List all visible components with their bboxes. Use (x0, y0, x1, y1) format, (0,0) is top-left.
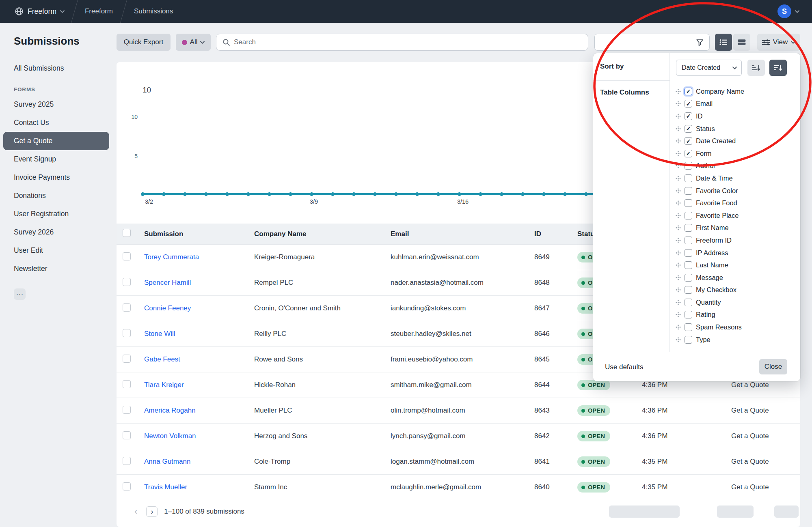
breadcrumb-submissions[interactable]: Submissions (134, 7, 173, 15)
column-checkbox[interactable] (685, 261, 692, 269)
column-checkbox[interactable] (685, 311, 692, 318)
submission-link[interactable]: Tiara Kreiger (144, 381, 184, 389)
column-checkbox[interactable] (685, 174, 692, 182)
drag-handle-icon[interactable] (676, 163, 681, 168)
submission-link[interactable]: Stone Will (144, 330, 175, 338)
row-checkbox[interactable] (123, 355, 131, 363)
column-toggle-row[interactable]: Message (676, 271, 744, 284)
sidebar-item-donations[interactable]: Donations (0, 187, 112, 205)
column-checkbox[interactable] (685, 249, 692, 257)
drag-handle-icon[interactable] (676, 176, 681, 181)
header-email[interactable]: Email (391, 230, 534, 238)
column-checkbox[interactable] (685, 199, 692, 207)
row-checkbox[interactable] (123, 252, 131, 260)
sidebar-item-invoice-payments[interactable]: Invoice Payments (0, 168, 112, 187)
column-toggle-row[interactable]: Freeform ID (676, 234, 744, 247)
search-input[interactable] (234, 38, 588, 46)
close-button[interactable]: Close (759, 359, 787, 374)
column-toggle-row[interactable]: Form (676, 147, 744, 160)
column-toggle-row[interactable]: Author (676, 160, 744, 172)
table-row[interactable]: Anna Gutmann Cole-Tromp logan.stamm@hotm… (117, 449, 800, 475)
column-checkbox[interactable] (685, 212, 692, 219)
drag-handle-icon[interactable] (676, 250, 681, 256)
drag-handle-icon[interactable] (676, 114, 681, 119)
search-bar[interactable] (216, 34, 588, 51)
chevron-down-icon[interactable] (60, 10, 65, 13)
row-checkbox[interactable] (123, 406, 131, 414)
use-defaults-link[interactable]: Use defaults (605, 363, 644, 371)
column-filter-input[interactable] (594, 34, 710, 51)
column-toggle-row[interactable]: Last Name (676, 259, 744, 271)
pagination-prev-icon[interactable]: ‹ (134, 506, 137, 517)
column-toggle-row[interactable]: First Name (676, 222, 744, 234)
column-toggle-row[interactable]: Spam Reasons (676, 321, 744, 333)
column-checkbox[interactable] (685, 237, 692, 244)
column-toggle-row[interactable]: Favorite Place (676, 209, 744, 222)
submission-link[interactable]: Travis Mueller (144, 483, 187, 491)
drag-handle-icon[interactable] (676, 126, 681, 131)
column-toggle-row[interactable]: Favorite Color (676, 185, 744, 197)
submission-link[interactable]: America Rogahn (144, 407, 196, 414)
sidebar-item-contact-us[interactable]: Contact Us (0, 114, 112, 132)
list-view-toggle[interactable] (715, 34, 732, 51)
column-checkbox[interactable] (685, 125, 692, 133)
card-view-toggle[interactable] (733, 34, 750, 51)
drag-handle-icon[interactable] (676, 287, 681, 293)
column-toggle-row[interactable]: Type (676, 333, 744, 346)
quick-export-button[interactable]: Quick Export (117, 34, 171, 51)
header-submission[interactable]: Submission (144, 230, 254, 238)
sort-field-select[interactable]: Date Created (676, 60, 742, 76)
drag-handle-icon[interactable] (676, 89, 681, 94)
submission-link[interactable]: Spencer Hamill (144, 279, 191, 286)
view-dropdown-button[interactable]: View (757, 34, 800, 51)
pagination-next-button[interactable]: › (146, 506, 158, 517)
row-checkbox[interactable] (123, 482, 131, 490)
drag-handle-icon[interactable] (676, 151, 681, 156)
column-checkbox[interactable] (685, 224, 692, 232)
breadcrumb-freeform[interactable]: Freeform (85, 7, 113, 15)
column-toggle-row[interactable]: Date & Time (676, 172, 744, 185)
column-checkbox[interactable] (685, 150, 692, 157)
row-checkbox[interactable] (123, 303, 131, 312)
column-checkbox[interactable] (685, 299, 692, 306)
header-id[interactable]: ID (534, 230, 577, 238)
row-checkbox[interactable] (123, 431, 131, 439)
column-checkbox[interactable] (685, 323, 692, 331)
drag-handle-icon[interactable] (676, 325, 681, 330)
column-toggle-row[interactable]: Status (676, 123, 744, 135)
sidebar-item-newsletter[interactable]: Newsletter (0, 260, 112, 278)
column-toggle-row[interactable]: IP Address (676, 247, 744, 259)
sidebar-item-survey-2026[interactable]: Survey 2026 (0, 223, 112, 241)
sidebar-item-all-submissions[interactable]: All Submissions (0, 59, 112, 77)
funnel-icon[interactable] (696, 39, 704, 46)
scope-dropdown[interactable]: All (176, 34, 211, 51)
column-checkbox[interactable] (685, 187, 692, 195)
column-toggle-row[interactable]: Date Created (676, 135, 744, 147)
avatar[interactable]: S (777, 4, 791, 18)
row-checkbox[interactable] (123, 278, 131, 286)
submission-link[interactable]: Anna Gutmann (144, 458, 190, 465)
sort-descending-button[interactable] (769, 60, 787, 76)
select-all-checkbox[interactable] (123, 229, 131, 237)
submission-link[interactable]: Gabe Feest (144, 355, 180, 363)
sort-ascending-button[interactable] (747, 60, 765, 76)
chevron-down-icon[interactable] (795, 10, 799, 13)
row-checkbox[interactable] (123, 457, 131, 465)
column-toggle-row[interactable]: Email (676, 98, 744, 110)
drag-handle-icon[interactable] (676, 337, 681, 342)
column-checkbox[interactable] (685, 112, 692, 120)
drag-handle-icon[interactable] (676, 138, 681, 144)
drag-handle-icon[interactable] (676, 262, 681, 268)
column-checkbox[interactable] (685, 162, 692, 170)
column-checkbox[interactable] (685, 100, 692, 108)
drag-handle-icon[interactable] (676, 101, 681, 106)
row-checkbox[interactable] (123, 329, 131, 337)
drag-handle-icon[interactable] (676, 238, 681, 243)
table-row[interactable]: Newton Volkman Herzog and Sons lynch.pan… (117, 424, 800, 449)
sidebar-item-survey-2025[interactable]: Survey 2025 (0, 95, 112, 114)
column-checkbox[interactable] (685, 286, 692, 294)
drag-handle-icon[interactable] (676, 275, 681, 280)
sidebar-item-event-signup[interactable]: Event Signup (0, 150, 112, 168)
submission-link[interactable]: Newton Volkman (144, 432, 196, 440)
app-switcher[interactable]: Freeform (28, 7, 56, 16)
